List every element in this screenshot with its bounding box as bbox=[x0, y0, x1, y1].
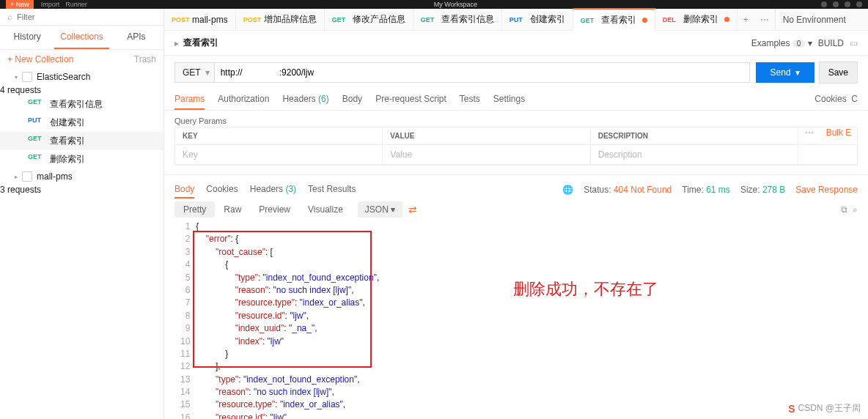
format-select[interactable]: JSON ▾ bbox=[358, 201, 402, 218]
filter-input[interactable] bbox=[17, 12, 156, 21]
collection-meta: 3 requests bbox=[0, 185, 163, 195]
settings-tab[interactable]: Settings bbox=[493, 89, 525, 110]
build-button[interactable]: BUILD bbox=[818, 38, 844, 48]
request-tabs: POSTmall-pms POST增加品牌信息 GET修改产品信息 GET查看索… bbox=[164, 9, 868, 31]
url-input[interactable] bbox=[214, 62, 750, 83]
search-icon: ⌕ bbox=[7, 12, 12, 22]
add-tab-button[interactable]: + bbox=[738, 15, 754, 25]
save-button[interactable]: Save bbox=[819, 62, 858, 84]
sidebar-request[interactable]: GET查看索引 bbox=[0, 132, 163, 150]
workspace-label[interactable]: My Workspace bbox=[90, 1, 821, 8]
sidebar-tab-history[interactable]: History bbox=[0, 26, 54, 49]
collection-label: ElasticSearch bbox=[37, 72, 90, 82]
request-tab[interactable]: PUT创建索引 bbox=[502, 9, 573, 30]
trash-link[interactable]: Trash bbox=[134, 54, 156, 64]
tab-label: 查看索引 bbox=[601, 14, 636, 26]
description-input[interactable]: Description bbox=[591, 145, 798, 164]
collection-label: mall-pms bbox=[37, 171, 73, 182]
headers-tab[interactable]: Headers (6) bbox=[282, 89, 328, 110]
more-tabs-button[interactable]: ⋯ bbox=[754, 15, 775, 25]
search-icon[interactable]: ⌕ bbox=[853, 204, 858, 215]
sidebar-tab-collections[interactable]: Collections bbox=[54, 26, 108, 49]
request-tab[interactable]: POST增加品牌信息 bbox=[236, 9, 325, 30]
tab-label: 创建索引 bbox=[530, 13, 565, 26]
cookies-link[interactable]: Cookies bbox=[814, 94, 846, 104]
method-badge: GET bbox=[421, 16, 438, 23]
visualize-tab[interactable]: Visualize bbox=[299, 201, 352, 218]
copy-icon[interactable]: ⧉ bbox=[841, 204, 847, 215]
tests-tab[interactable]: Tests bbox=[460, 89, 480, 110]
method-badge: POST bbox=[243, 16, 261, 23]
dirty-dot-icon bbox=[642, 18, 647, 23]
method-select[interactable]: GET bbox=[174, 62, 214, 83]
chevron-down-icon[interactable]: ▾ bbox=[795, 67, 800, 78]
pretty-tab[interactable]: Pretty bbox=[174, 201, 215, 218]
method-badge: GET bbox=[28, 135, 45, 147]
collection-meta: 4 requests bbox=[0, 85, 163, 95]
request-tab[interactable]: POSTmall-pms bbox=[164, 10, 236, 29]
request-tab[interactable]: GET查看索引信息 bbox=[413, 9, 502, 30]
body-tab[interactable]: Body bbox=[342, 89, 362, 110]
response-tests-tab[interactable]: Test Results bbox=[308, 181, 356, 199]
request-label: 查看索引信息 bbox=[50, 98, 103, 111]
method-badge: PUT bbox=[28, 116, 45, 129]
request-tab[interactable]: GET查看索引 bbox=[573, 8, 655, 31]
collection-elasticsearch[interactable]: ▾ElasticSearch bbox=[0, 69, 163, 85]
sidebar-tabs: History Collections APIs bbox=[0, 26, 163, 50]
prerequest-tab[interactable]: Pre-request Script bbox=[375, 89, 446, 110]
status-label: Status: 404 Not Found bbox=[584, 185, 672, 195]
request-label: 创建索引 bbox=[50, 116, 85, 129]
request-tab[interactable]: DEL删除索引 bbox=[655, 9, 738, 30]
request-tab[interactable]: GET修改产品信息 bbox=[325, 9, 413, 30]
sidebar-request[interactable]: GET查看索引信息 bbox=[0, 95, 163, 114]
top-bar-button[interactable]: Import bbox=[41, 1, 60, 8]
method-badge: GET bbox=[581, 17, 598, 24]
method-badge: GET bbox=[28, 153, 45, 166]
preview-tab[interactable]: Preview bbox=[250, 201, 299, 218]
value-input[interactable]: Value bbox=[383, 145, 590, 164]
new-collection-button[interactable]: + New Collection bbox=[7, 54, 73, 64]
query-params-label: Query Params bbox=[164, 111, 868, 127]
response-body-tab[interactable]: Body bbox=[174, 181, 194, 199]
request-label: 查看索引 bbox=[50, 135, 85, 147]
sidebar-request[interactable]: GET删除索引 bbox=[0, 150, 163, 168]
status-dot bbox=[821, 1, 827, 7]
request-title: 查看索引 bbox=[183, 37, 218, 49]
chevron-down-icon: ▾ bbox=[15, 74, 18, 81]
globe-icon[interactable]: 🌐 bbox=[562, 185, 573, 195]
chevron-right-icon: ▸ bbox=[174, 38, 179, 48]
top-bar-button[interactable]: Runner bbox=[65, 1, 87, 8]
sidebar-request[interactable]: PUT创建索引 bbox=[0, 114, 163, 132]
status-dot bbox=[856, 1, 862, 7]
save-response-button[interactable]: Save Response bbox=[795, 185, 858, 195]
code-link[interactable]: C bbox=[851, 94, 858, 104]
send-button[interactable]: Send▾ bbox=[756, 62, 814, 83]
sidebar-tab-apis[interactable]: APIs bbox=[109, 26, 163, 49]
raw-tab[interactable]: Raw bbox=[215, 201, 250, 218]
tab-label: 删除索引 bbox=[683, 13, 718, 26]
method-badge: GET bbox=[28, 98, 45, 111]
authorization-tab[interactable]: Authorization bbox=[218, 89, 269, 110]
filter-bar[interactable]: ⌕ bbox=[0, 9, 163, 26]
annotation-text: 删除成功，不存在了 bbox=[513, 278, 658, 300]
tab-label: 修改产品信息 bbox=[353, 13, 405, 26]
response-headers-tab[interactable]: Headers (3) bbox=[250, 181, 296, 199]
status-dot bbox=[845, 1, 850, 7]
environment-select[interactable]: No Environment bbox=[783, 15, 856, 25]
tab-label: 查看索引信息 bbox=[441, 13, 494, 26]
method-badge: POST bbox=[172, 16, 189, 23]
examples-dropdown[interactable]: Examples 0 ▾ bbox=[751, 38, 812, 48]
chevron-right-icon: ▸ bbox=[15, 174, 18, 180]
collection-mall-pms[interactable]: ▸mall-pms bbox=[0, 168, 163, 185]
params-tab[interactable]: Params bbox=[174, 89, 205, 110]
response-cookies-tab[interactable]: Cookies bbox=[206, 181, 238, 199]
panel-icon[interactable]: ▭ bbox=[850, 38, 858, 48]
size-label: Size: 278 B bbox=[740, 185, 785, 195]
col-value: VALUE bbox=[383, 127, 590, 144]
key-input[interactable]: Key bbox=[175, 145, 383, 164]
app-logo: + New bbox=[6, 0, 34, 9]
col-description: DESCRIPTION bbox=[591, 127, 798, 144]
wrap-lines-icon[interactable]: ⇄ bbox=[408, 204, 417, 215]
bulk-edit-link[interactable]: Bulk E bbox=[820, 127, 857, 144]
more-icon[interactable]: ⋯ bbox=[798, 127, 820, 144]
